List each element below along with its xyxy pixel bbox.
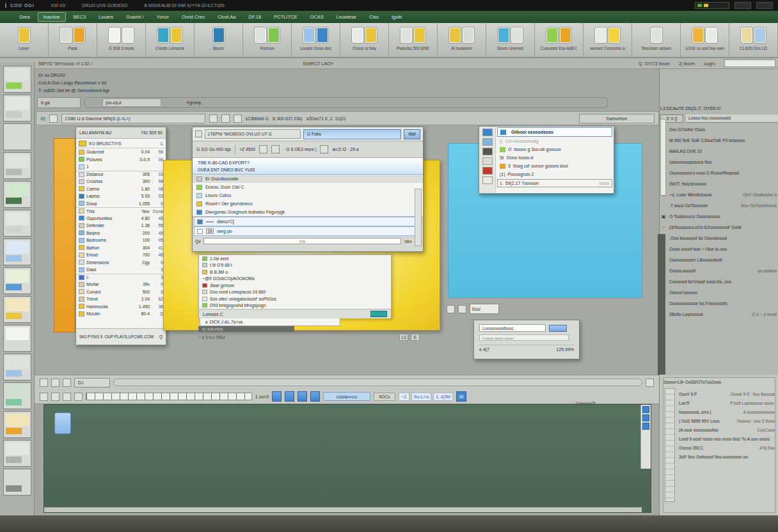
palette-thumbnail[interactable] [3, 95, 31, 121]
view-mode-button[interactable] [285, 391, 294, 402]
scroll-mid-icon[interactable] [642, 414, 649, 421]
list-item[interactable]: Barton 304 41 [76, 244, 166, 252]
viewport-scrollbar[interactable] [640, 405, 651, 469]
toolbar-icon[interactable] [63, 379, 71, 387]
tool-icon[interactable] [692, 27, 704, 43]
dialog-title-field[interactable]: LTEPNI 'WIOIEIGO OVLUO UT G [205, 129, 301, 139]
dialog-option[interactable]: Llouro Cofoo [193, 191, 423, 199]
draw-tool-button[interactable]: 9o-L=o [411, 393, 432, 401]
toolbar-icon[interactable] [51, 379, 60, 387]
settings-row[interactable]: (A ooor oooooooofoo CooCooo [679, 425, 775, 434]
panel-option[interactable]: ○ Oooo oooof boo ~ l'Aor jo.ooo [660, 244, 778, 254]
selected-option[interactable]: dieico'C] [194, 217, 422, 226]
view-options-segment[interactable]: O32/EI=V(1 [323, 392, 370, 401]
ribbon-tab[interactable]: PCTLITCE [269, 13, 302, 21]
right-scroll-strip[interactable] [658, 234, 665, 375]
toolbar-icon[interactable] [234, 114, 242, 123]
panel-option[interactable]: Ooovooooo'o oroo O RooorfRogood [660, 168, 778, 178]
panel-option[interactable]: □ ~o, Looo 98oofo(ooos OoY Oooboooo o [660, 189, 778, 200]
address-bar[interactable] [113, 379, 642, 386]
list-subheader[interactable]: EO BRUSCTIYS L [76, 139, 166, 148]
status-button[interactable]: L3 [399, 334, 408, 341]
palette-thumbnail[interactable] [3, 296, 31, 323]
palette-thumbnail[interactable] [3, 440, 31, 467]
sheet-tab[interactable]: DJ [74, 378, 110, 387]
titlebar-button[interactable] [756, 2, 773, 9]
menu-rail-icon[interactable] [482, 129, 493, 136]
menu-item[interactable]: O boooo g 3oo-ob gooooo [497, 145, 612, 153]
small-tool-icon[interactable] [447, 305, 455, 313]
panel-option[interactable]: ○ 28o9o Logroooos C o ~ o looof [660, 309, 778, 320]
tool-icon[interactable] [60, 27, 72, 43]
dialog-search-field[interactable]: U Fsks [303, 129, 401, 139]
dialog-option[interactable]: Dwogonec Gosgnurs bobwiso Fegorygk [193, 208, 423, 216]
dialog-input[interactable]: ms [203, 238, 402, 244]
palette-thumbnail[interactable] [3, 239, 31, 265]
view-mode-button[interactable] [298, 391, 307, 402]
list-item[interactable]: Carmo 1.80 08 [76, 185, 166, 193]
list-item[interactable]: This Nov Done [76, 207, 166, 215]
list-item[interactable]: Laptop 5.93 93 [76, 192, 166, 200]
draw-tool-button[interactable]: ~1 [399, 393, 409, 401]
tool-icon[interactable] [401, 27, 412, 43]
dialog-option[interactable]: Dosou, Door Clst C [193, 183, 423, 191]
palette-thumbnail[interactable] [3, 123, 31, 150]
ribbon-tab[interactable]: Yonor [152, 13, 174, 21]
snap-button[interactable]: 9OCs [374, 393, 395, 401]
confirm-button[interactable] [370, 311, 387, 317]
tool-icon[interactable] [213, 27, 225, 43]
menu-item[interactable]: Gilbooi ossoodsoss [497, 127, 612, 137]
panel-option[interactable]: M 060 9oE SoE C3ou(OoE F0 brgoooo [660, 135, 778, 146]
list-item[interactable]: Mortar 39v 0 [76, 281, 166, 288]
tool-icon[interactable] [109, 27, 120, 43]
tool-icon[interactable] [268, 27, 280, 43]
popup-field[interactable]: Loooooooolbooc [479, 324, 546, 332]
settings-row[interactable]: Loo'9' P'oo9 Loooooooo oooo of [679, 398, 775, 407]
tool-icon[interactable] [706, 27, 717, 43]
tool-icon[interactable] [754, 27, 766, 43]
tool-icon[interactable] [741, 27, 752, 43]
list-item[interactable]: Days 3 [76, 266, 166, 274]
ruler-field[interactable] [86, 393, 252, 400]
list-item[interactable]: Bedrooms 100 05 [76, 237, 166, 244]
toolbar-icon[interactable] [646, 379, 654, 387]
palette-thumbnail[interactable] [3, 354, 31, 380]
option-control-icon[interactable]: ▫ [660, 224, 667, 230]
export-item[interactable]: 1.0sl eent [199, 255, 391, 262]
dialog-tool-icon[interactable] [259, 145, 267, 153]
list-item[interactable]: Mccain 80-4 Q [76, 310, 166, 318]
tool-icon[interactable] [157, 27, 169, 43]
mini-label-box[interactable]: Eioo' [470, 304, 499, 314]
draw-tool-button[interactable]: 1.-l(3l9 [433, 393, 453, 401]
tool-icon[interactable] [498, 27, 509, 43]
list-item[interactable]: Opportunities 4.80 45 [76, 215, 166, 223]
palette-thumbnail[interactable] [3, 325, 31, 352]
scroll-down-icon[interactable] [642, 423, 649, 430]
menu-rail-icon[interactable] [482, 138, 493, 146]
export-item[interactable]: 3teel grrhom [199, 282, 391, 289]
viewport-thumbnail-icon[interactable] [54, 412, 71, 434]
tool-icon[interactable] [122, 27, 134, 43]
menu-rail-icon[interactable] [482, 148, 493, 155]
toolbar-icon[interactable] [221, 114, 230, 123]
export-item[interactable]: D93 brisgogoohd bfrogspogn [199, 302, 391, 309]
ribbon-tab[interactable]: Clost.Aa [212, 13, 241, 21]
view-mode-button[interactable] [310, 391, 320, 402]
toolbar-icon[interactable] [49, 114, 58, 123]
settings-row[interactable]: 3o9' 9oo Oofoooof 9oo-oooooooo oo [679, 452, 775, 461]
dialog-option[interactable]: Er Ducobocoate [193, 175, 423, 183]
window-tab[interactable]: (oo-o)Ld [102, 98, 161, 107]
panel-option[interactable]: ▣ O Tooboooco Ooorosoooo [660, 211, 778, 222]
toolbar-field[interactable]: C080 U d Gwonne WN(G (L=L=) [61, 114, 205, 123]
settings-row[interactable]: ( OoS 9899 99Y Looo 7ooooo ' ooo 3 9ooo [679, 416, 775, 425]
status-button[interactable]: E [411, 334, 420, 341]
menu-rail-icon[interactable] [482, 157, 493, 165]
tool-icon[interactable] [449, 27, 461, 43]
list-item[interactable]: Hammocks 1.490 38 [76, 303, 166, 311]
palette-thumbnail[interactable] [3, 210, 31, 237]
ribbon-tab[interactable]: Gowml / [121, 13, 149, 21]
menu-item[interactable]: SI Oooo loooo-d [497, 153, 612, 162]
list-item[interactable]: Pictures 0-0.9 06 [76, 156, 166, 164]
ribbon-tab[interactable]: Grea [14, 13, 35, 21]
dialog-go-button[interactable]: Wsf [404, 129, 420, 139]
